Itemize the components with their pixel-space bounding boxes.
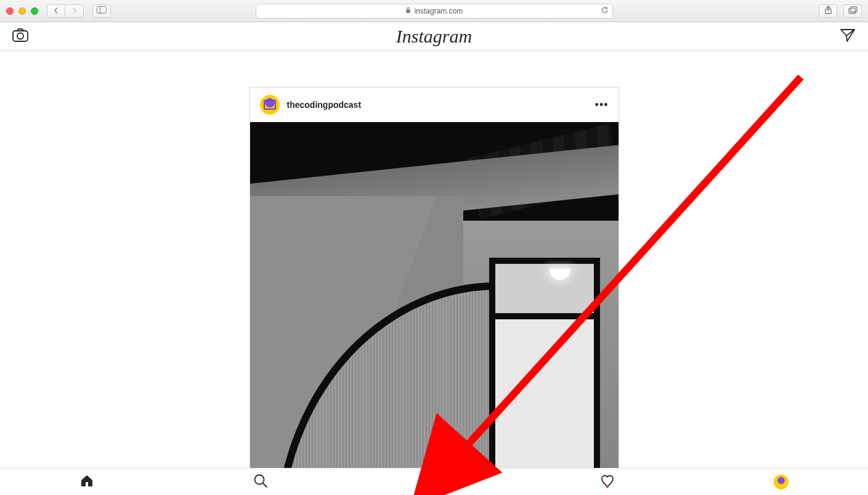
window-close-button[interactable]: [6, 7, 14, 15]
window-maximize-button[interactable]: [31, 7, 38, 15]
camera-button[interactable]: [12, 28, 28, 44]
svg-point-8: [254, 475, 264, 484]
forward-button[interactable]: [65, 4, 84, 18]
svg-rect-6: [13, 31, 28, 41]
post-card: thecodingpodcast •••: [249, 87, 619, 468]
feed: thecodingpodcast •••: [0, 51, 868, 468]
svg-rect-5: [850, 6, 856, 11]
plus-square-icon: [426, 473, 441, 491]
post-header: thecodingpodcast •••: [250, 88, 619, 122]
window-minimize-button[interactable]: [18, 7, 26, 15]
direct-messages-button[interactable]: [840, 28, 856, 45]
svg-point-7: [17, 33, 23, 39]
home-button[interactable]: [0, 473, 174, 491]
browser-toolbar: instagram.com: [0, 0, 868, 22]
post-image[interactable]: [250, 122, 619, 468]
post-author-avatar[interactable]: [260, 95, 280, 115]
profile-avatar-icon: [774, 475, 789, 489]
svg-rect-2: [406, 9, 410, 12]
post-author-username[interactable]: thecodingpodcast: [287, 100, 362, 110]
svg-line-9: [263, 483, 267, 487]
back-button[interactable]: [47, 4, 65, 18]
toolbar-right: [819, 4, 862, 18]
new-post-button[interactable]: [347, 473, 521, 491]
home-icon: [79, 473, 94, 491]
instagram-top-nav: Instagram: [0, 22, 868, 51]
search-icon: [253, 473, 268, 491]
image-door: [489, 258, 600, 468]
chevron-left-icon: [53, 6, 59, 15]
instagram-bottom-nav: [0, 468, 868, 495]
tabs-icon: [848, 6, 858, 16]
profile-button[interactable]: [694, 475, 868, 489]
window-controls: [6, 7, 38, 15]
reload-button[interactable]: [601, 6, 609, 16]
sidebar-icon: [97, 6, 107, 15]
share-button[interactable]: [819, 4, 837, 18]
paper-plane-icon: [840, 34, 856, 44]
instagram-logo[interactable]: Instagram: [396, 26, 472, 47]
reload-icon: [601, 6, 609, 14]
sidebar-toggle-button[interactable]: [92, 4, 111, 18]
svg-rect-0: [97, 7, 107, 14]
svg-rect-4: [849, 8, 855, 13]
activity-button[interactable]: [521, 473, 694, 491]
nav-button-group: [47, 4, 84, 18]
address-text: instagram.com: [415, 7, 463, 15]
notification-dot: [606, 486, 609, 488]
address-bar[interactable]: instagram.com: [256, 4, 613, 18]
search-button[interactable]: [174, 473, 347, 491]
chevron-right-icon: [71, 6, 78, 15]
share-icon: [824, 6, 832, 17]
post-more-button[interactable]: •••: [595, 99, 609, 112]
show-tabs-button[interactable]: [843, 4, 862, 18]
lock-icon: [405, 7, 411, 15]
camera-icon: [12, 33, 28, 44]
